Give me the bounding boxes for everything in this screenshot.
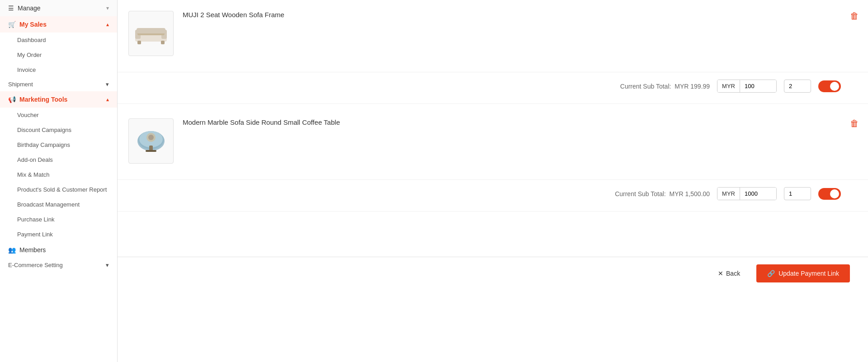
sidebar-my-sales-label: My Sales [19, 21, 47, 28]
price-input-group-2: MYR [717, 187, 777, 200]
price-input-group-1: MYR [717, 80, 777, 93]
sidebar-item-add-on-deals[interactable]: Add-on Deals [0, 152, 117, 167]
sidebar-item-my-sales[interactable]: 🛒 My Sales ▴ [0, 16, 117, 33]
price-input-1[interactable] [740, 80, 776, 92]
chevron-down-icon: ▾ [106, 81, 109, 88]
delete-button-2[interactable]: 🗑 [850, 118, 859, 129]
manage-icon: ☰ [8, 5, 14, 12]
close-icon: ✕ [718, 270, 723, 277]
sidebar: ☰ Manage ▾ 🛒 My Sales ▴ Dashboard My Ord… [0, 0, 118, 362]
product-image-2 [128, 118, 174, 164]
sidebar-item-birthday-campaigns[interactable]: Birthday Campaigns [0, 137, 117, 152]
toggle-1[interactable] [818, 80, 841, 92]
product-row-1: MUJI 2 Seat Wooden Sofa Frame 🗑 [118, 0, 868, 72]
currency-label-1: MYR [717, 80, 740, 92]
sidebar-manage-label: Manage [18, 5, 41, 12]
svg-rect-4 [137, 41, 141, 44]
members-icon: 👥 [8, 246, 16, 254]
sub-total-label-2: Current Sub Total: MYR 1,500.00 [615, 190, 710, 197]
currency-label-2: MYR [717, 188, 740, 200]
footer-bar: ✕ Back 🔗 Update Payment Link [118, 257, 868, 290]
price-input-2[interactable] [740, 188, 776, 200]
sidebar-item-dashboard[interactable]: Dashboard [0, 33, 117, 47]
sidebar-item-payment-link[interactable]: Payment Link [0, 227, 117, 242]
sidebar-item-marketing-tools[interactable]: 📢 Marketing Tools ▴ [0, 91, 117, 108]
product-row-2: Modern Marble Sofa Side Round Small Coff… [118, 108, 868, 180]
marketing-icon: 📢 [8, 96, 16, 103]
sidebar-item-discount-campaigns[interactable]: Discount Campaigns [0, 122, 117, 137]
chevron-down-icon: ▾ [106, 5, 109, 11]
sidebar-item-purchase-link[interactable]: Purchase Link [0, 212, 117, 227]
sofa-icon [133, 15, 169, 52]
sidebar-item-voucher[interactable]: Voucher [0, 108, 117, 122]
product-info-1: MUJI 2 Seat Wooden Sofa Frame [183, 11, 850, 22]
svg-point-13 [148, 135, 154, 140]
product-image-1 [128, 11, 174, 56]
sidebar-item-ecommerce[interactable]: E-Commerce Setting ▾ [0, 258, 117, 272]
sidebar-marketing-label: Marketing Tools [19, 96, 67, 103]
qty-input-1[interactable] [784, 80, 811, 93]
main-content: MUJI 2 Seat Wooden Sofa Frame 🗑 Current … [118, 0, 868, 362]
sidebar-members-label: Members [19, 246, 46, 254]
sidebar-item-members[interactable]: 👥 Members [0, 242, 117, 258]
coffee-table-icon [133, 123, 169, 159]
delete-button-1[interactable]: 🗑 [850, 11, 859, 21]
link-icon: 🔗 [767, 270, 775, 277]
svg-rect-5 [161, 41, 165, 44]
svg-rect-12 [146, 150, 156, 152]
sidebar-item-manage[interactable]: ☰ Manage ▾ [0, 0, 117, 16]
sidebar-item-my-order[interactable]: My Order [0, 47, 117, 62]
svg-rect-6 [137, 28, 165, 33]
sidebar-item-products-sold[interactable]: Product's Sold & Customer Report [0, 182, 117, 197]
chevron-up-icon: ▴ [106, 21, 109, 28]
sidebar-item-invoice[interactable]: Invoice [0, 62, 117, 77]
sidebar-item-shipment[interactable]: Shipment ▾ [0, 77, 117, 91]
qty-input-2[interactable] [784, 187, 811, 200]
sidebar-item-broadcast[interactable]: Broadcast Management [0, 197, 117, 212]
back-button[interactable]: ✕ Back [709, 265, 749, 282]
product-name-1: MUJI 2 Seat Wooden Sofa Frame [183, 11, 850, 19]
toggle-2[interactable] [818, 188, 841, 200]
chevron-down-icon: ▾ [106, 262, 109, 268]
sidebar-item-mix-match[interactable]: Mix & Match [0, 167, 117, 182]
product-name-2: Modern Marble Sofa Side Round Small Coff… [183, 118, 850, 126]
my-sales-icon: 🛒 [8, 21, 16, 28]
update-payment-link-button[interactable]: 🔗 Update Payment Link [756, 264, 850, 282]
sub-total-label-1: Current Sub Total: MYR 199.99 [620, 83, 710, 90]
chevron-up-icon: ▴ [106, 96, 109, 103]
product-info-2: Modern Marble Sofa Side Round Small Coff… [183, 118, 850, 130]
